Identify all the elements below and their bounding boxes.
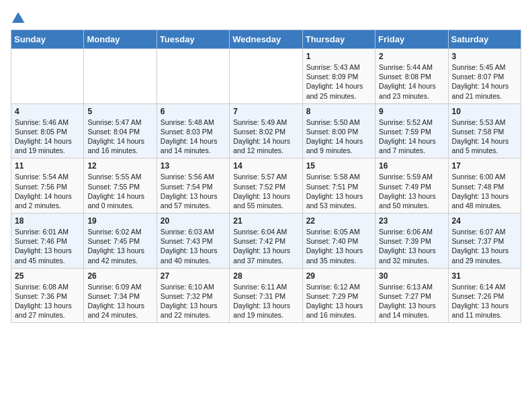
day-number: 5 — [87, 107, 152, 116]
day-info: Sunrise: 6:13 AM Sunset: 7:27 PM Dayligh… — [379, 282, 444, 320]
day-number: 2 — [379, 52, 444, 61]
calendar-cell: 14Sunrise: 5:57 AM Sunset: 7:52 PM Dayli… — [230, 158, 302, 214]
day-number: 7 — [233, 107, 298, 116]
calendar-header-thursday: Thursday — [302, 30, 375, 49]
day-info: Sunrise: 5:48 AM Sunset: 8:03 PM Dayligh… — [161, 118, 226, 156]
calendar-cell: 13Sunrise: 5:56 AM Sunset: 7:54 PM Dayli… — [157, 158, 229, 214]
logo-icon — [11, 11, 26, 26]
calendar-cell: 22Sunrise: 6:05 AM Sunset: 7:40 PM Dayli… — [302, 214, 375, 269]
day-info: Sunrise: 5:44 AM Sunset: 8:08 PM Dayligh… — [379, 62, 444, 101]
calendar-cell: 25Sunrise: 6:08 AM Sunset: 7:36 PM Dayli… — [11, 268, 84, 323]
calendar-cell: 29Sunrise: 6:12 AM Sunset: 7:29 PM Dayli… — [302, 268, 375, 323]
calendar-cell: 30Sunrise: 6:13 AM Sunset: 7:27 PM Dayli… — [375, 268, 448, 323]
calendar-cell — [84, 49, 157, 104]
header — [11, 7, 521, 26]
day-number: 18 — [15, 216, 80, 226]
day-number: 11 — [15, 161, 80, 171]
day-info: Sunrise: 6:00 AM Sunset: 7:48 PM Dayligh… — [452, 172, 517, 210]
day-info: Sunrise: 5:55 AM Sunset: 7:55 PM Dayligh… — [87, 172, 152, 210]
calendar-cell: 8Sunrise: 5:50 AM Sunset: 8:00 PM Daylig… — [302, 103, 375, 158]
day-info: Sunrise: 5:50 AM Sunset: 8:00 PM Dayligh… — [306, 118, 371, 156]
day-info: Sunrise: 6:07 AM Sunset: 7:37 PM Dayligh… — [452, 227, 517, 265]
day-info: Sunrise: 6:12 AM Sunset: 7:29 PM Dayligh… — [306, 282, 371, 320]
calendar-cell: 23Sunrise: 6:06 AM Sunset: 7:39 PM Dayli… — [375, 214, 448, 269]
day-number: 12 — [87, 161, 152, 171]
calendar-cell: 28Sunrise: 6:11 AM Sunset: 7:31 PM Dayli… — [230, 268, 302, 323]
day-number: 22 — [306, 216, 371, 226]
day-info: Sunrise: 6:11 AM Sunset: 7:31 PM Dayligh… — [233, 282, 298, 320]
calendar-cell: 12Sunrise: 5:55 AM Sunset: 7:55 PM Dayli… — [84, 158, 157, 214]
calendar-cell: 9Sunrise: 5:52 AM Sunset: 7:59 PM Daylig… — [375, 103, 448, 158]
day-number: 13 — [161, 161, 226, 171]
day-info: Sunrise: 5:59 AM Sunset: 7:49 PM Dayligh… — [379, 172, 444, 210]
day-number: 17 — [452, 161, 517, 171]
calendar-cell: 7Sunrise: 5:49 AM Sunset: 8:02 PM Daylig… — [230, 103, 302, 158]
calendar-cell: 6Sunrise: 5:48 AM Sunset: 8:03 PM Daylig… — [157, 103, 229, 158]
calendar-cell: 17Sunrise: 6:00 AM Sunset: 7:48 PM Dayli… — [448, 158, 521, 214]
day-number: 31 — [452, 271, 517, 281]
day-info: Sunrise: 5:49 AM Sunset: 8:02 PM Dayligh… — [233, 118, 298, 156]
day-info: Sunrise: 6:14 AM Sunset: 7:26 PM Dayligh… — [452, 282, 517, 320]
calendar-cell: 20Sunrise: 6:03 AM Sunset: 7:43 PM Dayli… — [157, 214, 229, 269]
day-number: 28 — [233, 271, 298, 281]
day-number: 25 — [15, 271, 80, 281]
day-info: Sunrise: 5:58 AM Sunset: 7:51 PM Dayligh… — [306, 172, 371, 210]
calendar-cell: 18Sunrise: 6:01 AM Sunset: 7:46 PM Dayli… — [11, 214, 84, 269]
day-info: Sunrise: 5:56 AM Sunset: 7:54 PM Dayligh… — [161, 172, 226, 210]
day-info: Sunrise: 6:03 AM Sunset: 7:43 PM Dayligh… — [161, 227, 226, 265]
day-info: Sunrise: 6:09 AM Sunset: 7:34 PM Dayligh… — [87, 282, 152, 320]
calendar-cell: 19Sunrise: 6:02 AM Sunset: 7:45 PM Dayli… — [84, 214, 157, 269]
day-info: Sunrise: 6:08 AM Sunset: 7:36 PM Dayligh… — [15, 282, 80, 320]
day-number: 16 — [379, 161, 444, 171]
calendar-cell: 3Sunrise: 5:45 AM Sunset: 8:07 PM Daylig… — [448, 49, 521, 104]
calendar-cell — [11, 49, 84, 104]
calendar-header-monday: Monday — [84, 30, 157, 49]
day-number: 23 — [379, 216, 444, 226]
day-info: Sunrise: 5:53 AM Sunset: 7:58 PM Dayligh… — [452, 118, 517, 156]
day-info: Sunrise: 6:05 AM Sunset: 7:40 PM Dayligh… — [306, 227, 371, 265]
day-number: 3 — [452, 52, 517, 61]
calendar-cell: 21Sunrise: 6:04 AM Sunset: 7:42 PM Dayli… — [230, 214, 302, 269]
logo — [11, 11, 28, 26]
day-info: Sunrise: 6:02 AM Sunset: 7:45 PM Dayligh… — [87, 227, 152, 265]
day-info: Sunrise: 5:54 AM Sunset: 7:56 PM Dayligh… — [15, 172, 80, 210]
calendar-header-wednesday: Wednesday — [230, 30, 302, 49]
day-number: 6 — [161, 107, 226, 116]
day-info: Sunrise: 6:10 AM Sunset: 7:32 PM Dayligh… — [161, 282, 226, 320]
calendar-week-row: 1Sunrise: 5:43 AM Sunset: 8:09 PM Daylig… — [11, 49, 521, 104]
day-number: 4 — [15, 107, 80, 116]
day-info: Sunrise: 6:01 AM Sunset: 7:46 PM Dayligh… — [15, 227, 80, 265]
day-number: 24 — [452, 216, 517, 226]
calendar-cell — [157, 49, 229, 104]
day-number: 9 — [379, 107, 444, 116]
day-info: Sunrise: 5:57 AM Sunset: 7:52 PM Dayligh… — [233, 172, 298, 210]
calendar-header-saturday: Saturday — [448, 30, 521, 49]
calendar-week-row: 11Sunrise: 5:54 AM Sunset: 7:56 PM Dayli… — [11, 158, 521, 214]
calendar-cell: 15Sunrise: 5:58 AM Sunset: 7:51 PM Dayli… — [302, 158, 375, 214]
calendar-week-row: 18Sunrise: 6:01 AM Sunset: 7:46 PM Dayli… — [11, 214, 521, 269]
day-info: Sunrise: 5:43 AM Sunset: 8:09 PM Dayligh… — [306, 62, 371, 101]
day-info: Sunrise: 6:06 AM Sunset: 7:39 PM Dayligh… — [379, 227, 444, 265]
calendar-week-row: 25Sunrise: 6:08 AM Sunset: 7:36 PM Dayli… — [11, 268, 521, 323]
day-number: 30 — [379, 271, 444, 281]
calendar-cell: 16Sunrise: 5:59 AM Sunset: 7:49 PM Dayli… — [375, 158, 448, 214]
day-number: 19 — [87, 216, 152, 226]
day-number: 14 — [233, 161, 298, 171]
day-number: 27 — [161, 271, 226, 281]
calendar-cell: 11Sunrise: 5:54 AM Sunset: 7:56 PM Dayli… — [11, 158, 84, 214]
calendar-header-row: SundayMondayTuesdayWednesdayThursdayFrid… — [11, 30, 521, 49]
calendar-cell: 2Sunrise: 5:44 AM Sunset: 8:08 PM Daylig… — [375, 49, 448, 104]
day-number: 10 — [452, 107, 517, 116]
calendar-cell: 27Sunrise: 6:10 AM Sunset: 7:32 PM Dayli… — [157, 268, 229, 323]
day-info: Sunrise: 5:52 AM Sunset: 7:59 PM Dayligh… — [379, 118, 444, 156]
calendar-cell: 10Sunrise: 5:53 AM Sunset: 7:58 PM Dayli… — [448, 103, 521, 158]
day-info: Sunrise: 6:04 AM Sunset: 7:42 PM Dayligh… — [233, 227, 298, 265]
calendar-cell: 24Sunrise: 6:07 AM Sunset: 7:37 PM Dayli… — [448, 214, 521, 269]
calendar-cell: 1Sunrise: 5:43 AM Sunset: 8:09 PM Daylig… — [302, 49, 375, 104]
day-info: Sunrise: 5:47 AM Sunset: 8:04 PM Dayligh… — [87, 118, 152, 156]
calendar-table: SundayMondayTuesdayWednesdayThursdayFrid… — [11, 30, 521, 323]
day-number: 20 — [161, 216, 226, 226]
day-number: 29 — [306, 271, 371, 281]
calendar-cell — [230, 49, 302, 104]
calendar-week-row: 4Sunrise: 5:46 AM Sunset: 8:05 PM Daylig… — [11, 103, 521, 158]
